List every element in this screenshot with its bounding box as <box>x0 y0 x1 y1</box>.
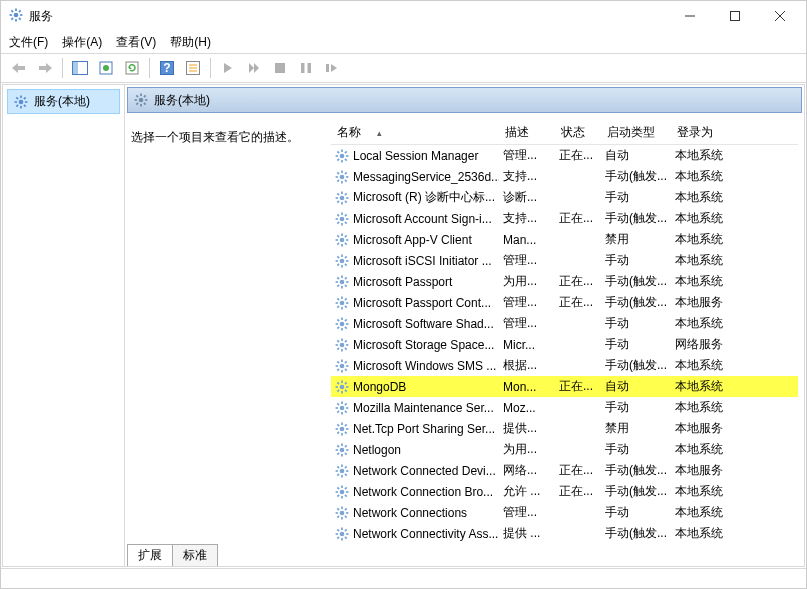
col-desc[interactable]: 描述 <box>499 124 555 141</box>
table-row[interactable]: Local Session Manager管理...正在...自动本地系统 <box>331 145 798 166</box>
service-name: Network Connectivity Ass... <box>353 527 498 541</box>
properties-button[interactable] <box>181 56 205 80</box>
service-logon: 本地系统 <box>671 147 741 164</box>
refresh-button[interactable] <box>120 56 144 80</box>
gear-icon <box>335 401 349 415</box>
svg-line-63 <box>345 179 347 181</box>
svg-line-101 <box>337 263 339 265</box>
close-button[interactable] <box>757 2 802 30</box>
svg-point-93 <box>340 258 345 263</box>
svg-line-90 <box>345 242 347 244</box>
table-row[interactable]: MessagingService_2536d...支持...手动(触发...本地… <box>331 166 798 187</box>
col-status[interactable]: 状态 <box>555 124 601 141</box>
sort-asc-icon: ▴ <box>377 128 382 138</box>
stop-service-button[interactable] <box>268 56 292 80</box>
svg-line-125 <box>337 319 339 321</box>
service-start: 自动 <box>601 378 671 395</box>
maximize-button[interactable] <box>712 2 757 30</box>
svg-line-180 <box>345 452 347 454</box>
table-row[interactable]: Microsoft Account Sign-i...支持...正在...手动(… <box>331 208 798 229</box>
svg-point-57 <box>340 174 345 179</box>
description-prompt: 选择一个项目来查看它的描述。 <box>131 130 299 144</box>
service-desc: 管理... <box>499 315 555 332</box>
service-desc: 支持... <box>499 210 555 227</box>
table-row[interactable]: Net.Tcp Port Sharing Ser...提供...禁用本地服务 <box>331 418 798 439</box>
col-logon[interactable]: 登录为 <box>671 124 741 141</box>
table-row[interactable]: Netlogon为用...手动本地系统 <box>331 439 798 460</box>
service-name: Mozilla Maintenance Ser... <box>353 401 494 415</box>
help-button[interactable]: ? <box>155 56 179 80</box>
service-start: 手动 <box>601 504 671 521</box>
svg-line-190 <box>345 466 347 468</box>
service-desc: 管理... <box>499 504 555 521</box>
table-row[interactable]: Microsoft Software Shad...管理...手动本地系统 <box>331 313 798 334</box>
service-name: Net.Tcp Port Sharing Ser... <box>353 422 495 436</box>
svg-point-30 <box>19 99 24 104</box>
tabs: 扩展 标准 <box>125 542 804 566</box>
menu-help[interactable]: 帮助(H) <box>170 34 211 51</box>
titlebar: 服务 <box>1 1 806 31</box>
show-hide-tree-button[interactable] <box>68 56 92 80</box>
service-start: 禁用 <box>601 420 671 437</box>
col-name[interactable]: 名称▴ <box>331 124 499 141</box>
svg-line-45 <box>144 103 146 105</box>
table-row[interactable]: Microsoft Passport Cont...管理...正在...手动(触… <box>331 292 798 313</box>
start-alt-button[interactable] <box>242 56 266 80</box>
menu-file[interactable]: 文件(F) <box>9 34 48 51</box>
menu-action[interactable]: 操作(A) <box>62 34 102 51</box>
table-row[interactable]: Microsoft Passport为用...正在...手动(触发...本地系统 <box>331 271 798 292</box>
svg-point-156 <box>340 405 345 410</box>
table-row[interactable]: Microsoft (R) 诊断中心标...诊断...手动本地系统 <box>331 187 798 208</box>
service-status: 正在... <box>555 147 601 164</box>
gear-icon <box>14 95 28 109</box>
export-list-button[interactable] <box>94 56 118 80</box>
svg-line-136 <box>345 340 347 342</box>
service-name: Network Connection Bro... <box>353 485 493 499</box>
service-start: 手动(触发... <box>601 210 671 227</box>
restart-service-button[interactable] <box>320 56 344 80</box>
gear-icon <box>335 170 349 184</box>
gear-icon <box>335 149 349 163</box>
minimize-button[interactable] <box>667 2 712 30</box>
svg-line-62 <box>337 172 339 174</box>
svg-line-143 <box>337 361 339 363</box>
forward-button[interactable] <box>33 56 57 80</box>
service-rows[interactable]: Local Session Manager管理...正在...自动本地系统Mes… <box>331 145 798 542</box>
table-row[interactable]: Network Connected Devi...网络...正在...手动(触发… <box>331 460 798 481</box>
tree-root-services[interactable]: 服务(本地) <box>7 89 120 114</box>
table-row[interactable]: MongoDBMon...正在...自动本地系统 <box>331 376 798 397</box>
svg-line-99 <box>345 263 347 265</box>
table-row[interactable]: Network Connection Bro...允许 ...正在...手动(触… <box>331 481 798 502</box>
tab-standard[interactable]: 标准 <box>172 544 218 566</box>
svg-line-191 <box>337 473 339 475</box>
service-start: 手动(触发... <box>601 168 671 185</box>
svg-line-155 <box>337 389 339 391</box>
service-logon: 本地系统 <box>671 210 741 227</box>
svg-line-83 <box>337 221 339 223</box>
menu-view[interactable]: 查看(V) <box>116 34 156 51</box>
service-logon: 本地服务 <box>671 294 741 311</box>
service-start: 手动(触发... <box>601 483 671 500</box>
svg-line-46 <box>144 95 146 97</box>
table-row[interactable]: Network Connections管理...手动本地系统 <box>331 502 798 523</box>
svg-rect-16 <box>73 62 78 74</box>
service-logon: 本地系统 <box>671 168 741 185</box>
col-start[interactable]: 启动类型 <box>601 124 671 141</box>
svg-line-170 <box>337 424 339 426</box>
start-service-button[interactable] <box>216 56 240 80</box>
svg-point-147 <box>340 384 345 389</box>
table-row[interactable]: Microsoft Storage Space...Micr...手动网络服务 <box>331 334 798 355</box>
back-button[interactable] <box>7 56 31 80</box>
table-row[interactable]: Mozilla Maintenance Ser...Moz...手动本地系统 <box>331 397 798 418</box>
pause-service-button[interactable] <box>294 56 318 80</box>
tab-extended[interactable]: 扩展 <box>127 544 173 566</box>
svg-line-73 <box>345 193 347 195</box>
table-row[interactable]: Microsoft App-V ClientMan...禁用本地系统 <box>331 229 798 250</box>
service-logon: 本地系统 <box>671 357 741 374</box>
service-name: Netlogon <box>353 443 401 457</box>
service-logon: 本地系统 <box>671 399 741 416</box>
table-row[interactable]: Microsoft iSCSI Initiator ...管理...手动本地系统 <box>331 250 798 271</box>
table-row[interactable]: Microsoft Windows SMS ...根据...手动(触发...本地… <box>331 355 798 376</box>
column-headers: 名称▴ 描述 状态 启动类型 登录为 <box>331 121 798 145</box>
table-row[interactable]: Network Connectivity Ass...提供 ...手动(触发..… <box>331 523 798 542</box>
